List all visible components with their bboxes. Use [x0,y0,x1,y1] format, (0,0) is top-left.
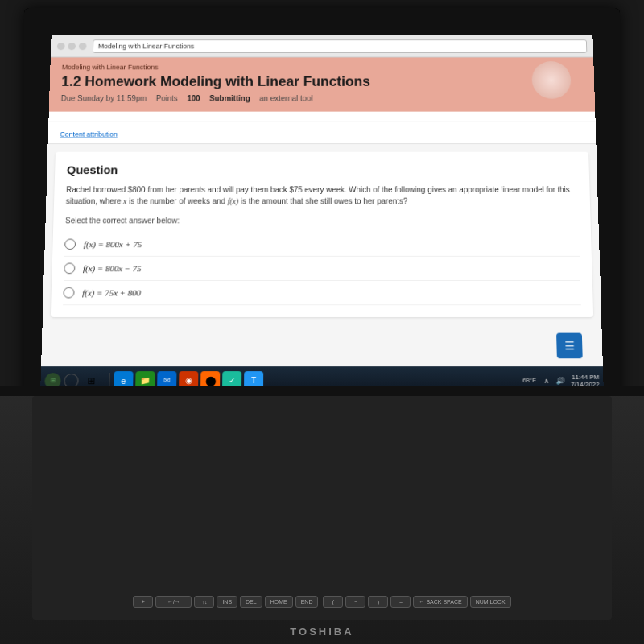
key-updown[interactable]: ↑↓ [194,596,214,608]
key-ins[interactable]: INS [217,596,237,608]
content-attribution-bar: Content attribution [48,122,597,144]
green-app-icon: ✓ [229,376,235,385]
folder-icon: 📁 [140,376,150,385]
key-end[interactable]: END [295,596,319,608]
browser-max-btn [79,43,87,50]
laptop-body: + ←/→ ↑↓ INS DEL HOME END ( − ) = ← BACK… [0,386,644,644]
meta-row: Due Sunday by 11:59pm Points 100 Submitt… [61,94,584,102]
answer-choice-2[interactable]: f(x) = 800x − 75 [64,257,580,281]
key-eq[interactable]: = [390,596,411,608]
key-del[interactable]: DEL [240,596,262,608]
select-answer-label: Select the correct answer below: [65,217,579,225]
key-plus[interactable]: + [133,596,153,608]
answer-text-2: f(x) = 800x − 75 [83,264,142,274]
question-text-part2: is the number of weeks and [126,197,227,206]
answer-choice-1[interactable]: f(x) = 800x + 75 [64,233,580,257]
system-tray-icons: ∧ 🔊 [541,375,566,386]
answer-choice-3[interactable]: f(x) = 75x + 800 [63,281,581,305]
points-label: Points [156,94,178,102]
browser-min-btn [68,43,76,50]
radio-button-3[interactable] [63,287,74,299]
answer-text-3: f(x) = 75x + 800 [82,288,141,298]
page-header: Modeling with Linear Functions 1.2 Homew… [49,57,596,111]
key-home[interactable]: HOME [265,596,293,608]
browser-chrome: Modeling with Linear Functions [51,35,593,58]
content-attribution-link[interactable]: Content attribution [60,130,118,138]
points-value: 100 [187,94,200,102]
question-text: Rachel borrowed $800 from her parents an… [66,184,579,207]
answer-text-1: f(x) = 800x + 75 [84,240,142,250]
search-box[interactable] [64,374,78,388]
key-minus[interactable]: − [345,596,365,608]
question-card: Question Rachel borrowed $800 from her p… [51,152,593,317]
temperature-display: 68°F [522,377,536,384]
browser-url-bar[interactable]: Modeling with Linear Functions [93,39,587,53]
radio-button-1[interactable] [64,239,76,250]
key-numlock[interactable]: NUM LOCK [470,596,511,608]
submitting-label: Submitting [209,94,250,102]
chat-icon: ☰ [564,340,575,353]
question-text-part3: is the amount that she still owes to her… [238,197,407,206]
submitting-value: an external tool [259,94,312,102]
due-date: Due Sunday by 11:59pm [61,94,147,102]
browser-close-btn [57,43,65,50]
laptop-keyboard: + ←/→ ↑↓ INS DEL HOME END ( − ) = ← BACK… [32,396,612,620]
taskbar-system-tray: 68°F ∧ 🔊 11:44 PM 7/14/2022 [522,374,600,388]
teams-icon: T [251,376,256,385]
progress-bar [48,112,595,122]
question-label: Question [67,163,578,176]
page-content-area: Modeling with Linear Functions 1.2 Homew… [40,57,604,394]
chrome-icon: ⬤ [205,375,216,386]
radio-button-2[interactable] [64,263,75,275]
network-icon: ∧ [541,375,552,386]
app-icon: ◉ [185,376,192,385]
screen-bezel: Modeling with Linear Functions Modeling … [24,8,620,402]
brand-label: TOSHIBA [290,625,353,638]
chat-button[interactable]: ☰ [556,333,583,359]
mail-icon: ✉ [163,376,170,385]
breadcrumb: Modeling with Linear Functions [62,64,582,71]
page-title: 1.2 Homework Modeling with Linear Functi… [61,74,583,90]
time-text: 11:44 PM [572,374,599,381]
key-0[interactable]: ) [368,596,388,608]
screen-display: Modeling with Linear Functions Modeling … [40,35,604,394]
url-text: Modeling with Linear Functions [98,43,195,50]
laptop-screen: Modeling with Linear Functions Modeling … [24,8,620,402]
key-backspace[interactable]: ← BACK SPACE [413,596,467,608]
question-fx-var: f(x) [228,197,239,206]
key-9[interactable]: ( [323,596,343,608]
edge-icon: e [121,376,126,386]
header-decoration [531,61,571,99]
key-ovio[interactable]: ←/→ [155,596,192,608]
browser-window-controls [57,43,87,50]
volume-icon: 🔊 [555,375,566,386]
clock-display: 11:44 PM 7/14/2022 [571,374,600,388]
laptop-hinge [0,386,644,396]
